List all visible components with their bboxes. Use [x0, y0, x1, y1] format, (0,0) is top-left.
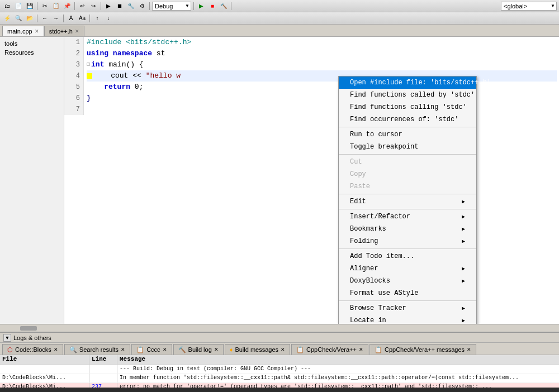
ctx-sep-5: [339, 248, 476, 249]
ctx-find-occurrences[interactable]: Find occurrences of: 'stdc': [339, 113, 476, 126]
code-return: return 0;: [87, 82, 143, 93]
bottom-row-2-file: D:\CodeBlocks\Mi...: [0, 374, 89, 383]
ctx-cut: Cut: [339, 156, 476, 168]
toolbar-icon-2[interactable]: 📄: [13, 1, 23, 11]
toolbar-icon-7[interactable]: ↩: [77, 1, 87, 11]
ctx-sep-6: [339, 300, 476, 301]
toolbar-icon-5[interactable]: 📋: [51, 1, 61, 11]
sep3: [101, 2, 101, 10]
debug-dropdown[interactable]: Debug ▼: [152, 2, 191, 11]
ctx-run-to-cursor-label: Run to cursor: [350, 131, 402, 138]
left-panel-resources[interactable]: Resources: [0, 48, 64, 57]
bottom-row-1-file: [0, 365, 89, 374]
bottom-header: File Line Message: [0, 355, 559, 365]
bottom-tab-buildmsg-close[interactable]: ✕: [281, 347, 285, 352]
ctx-run-to-cursor[interactable]: Run to cursor: [339, 128, 476, 141]
toolbar2-icon-3[interactable]: 📂: [25, 13, 35, 23]
bottom-tab-cccc[interactable]: 📋 Cccc ✕: [131, 344, 172, 355]
debug-arrow: ▼: [185, 3, 190, 8]
ctx-bookmarks[interactable]: Bookmarks ▶: [339, 223, 476, 235]
bottom-tab-cppcheck-msg-close[interactable]: ✕: [467, 347, 471, 352]
code-area[interactable]: 1 2 3 4 5 6 7 #include <bits/stdc++.h> u…: [64, 37, 559, 324]
toolbar-icon-1[interactable]: 🗂: [2, 1, 12, 11]
bottom-tab-codeblocks[interactable]: ⬡ Code::Blocks ✕: [2, 344, 63, 355]
toolbar2-icon-2[interactable]: 🔍: [13, 13, 23, 23]
bottom-tab-search-close[interactable]: ✕: [121, 347, 125, 352]
bottom-tab-buildlog-close[interactable]: ✕: [214, 347, 219, 352]
toolbar-icon-10[interactable]: ⏹: [115, 1, 125, 11]
ctx-find-called[interactable]: Find functions called by 'stdc': [339, 89, 476, 101]
bottom-tab-search-icon: 🔍: [69, 346, 77, 353]
bottom-tab-buildmsg[interactable]: ♦ Build messages ✕: [225, 344, 290, 355]
ctx-toggle-bp[interactable]: Toggle breakpoint: [339, 141, 476, 153]
bottom-tab-cppcheck-close[interactable]: ✕: [359, 347, 363, 352]
bottom-tab-search[interactable]: 🔍 Search results ✕: [64, 344, 130, 355]
bottom-panel: ▼ Logs & others ⬡ Code::Blocks ✕ 🔍 Searc…: [0, 332, 559, 388]
line-num-5: 5: [64, 82, 83, 93]
bottom-tab-cppcheck-msg-label: CppCheck/Vera++ messages: [385, 346, 465, 353]
line-num-6: 6: [64, 93, 83, 104]
context-menu: Open #include file: 'bits/stdc++.h' Find…: [338, 76, 477, 324]
ctx-add-todo[interactable]: Add Todo item...: [339, 250, 476, 262]
bottom-row-3-line: 237: [89, 383, 117, 388]
bottom-tab-cppcheck-msg[interactable]: 📋 CppCheck/Vera++ messages ✕: [369, 344, 476, 355]
bottom-row-3: D:\CodeBlocks\Mi... 237 error: no match …: [0, 383, 559, 388]
tab-stdc-close[interactable]: ✕: [75, 28, 79, 34]
bottom-tab-cccc-close[interactable]: ✕: [163, 347, 167, 352]
bottom-row-1-line: [89, 365, 117, 374]
ctx-insert-refactor-label: Insert/Refactor: [350, 213, 410, 221]
toolbar-icon-4[interactable]: ✂: [40, 1, 50, 11]
ctx-sep-2: [339, 154, 476, 155]
code-brace: }: [87, 93, 91, 104]
ctx-doxyblocks[interactable]: DoxyBlocks ▶: [339, 275, 476, 287]
h-scrollbar[interactable]: [0, 324, 559, 332]
ctx-browse-tracker[interactable]: Browse Tracker ▶: [339, 302, 476, 314]
toolbar2-icon-5[interactable]: →: [51, 13, 61, 23]
h-scrollbar-thumb[interactable]: [20, 326, 37, 331]
toolbar2-icon-7[interactable]: Aa: [77, 13, 87, 23]
toolbar-icon-3[interactable]: 💾: [25, 1, 35, 11]
toolbar-icon-12[interactable]: ⚙: [137, 1, 147, 11]
toolbar-icon-6[interactable]: 📌: [62, 1, 72, 11]
ctx-locate-in[interactable]: Locate in ▶: [339, 314, 476, 324]
toolbar2-icon-6[interactable]: A: [66, 13, 76, 23]
ctx-edit[interactable]: Edit ▶: [339, 195, 476, 208]
bottom-tab-buildlog[interactable]: 🔨 Build log ✕: [173, 344, 224, 355]
toolbar2-icon-4[interactable]: ←: [40, 13, 50, 23]
toolbar-icon-11[interactable]: 🔧: [126, 1, 136, 11]
left-panel-tools[interactable]: tools: [0, 39, 64, 48]
ctx-open-include[interactable]: Open #include file: 'bits/stdc++.h': [339, 77, 476, 89]
toolbar2-icon-9[interactable]: ↓: [103, 13, 113, 23]
collapse-button[interactable]: ▼: [3, 334, 11, 342]
ctx-folding-label: Folding: [350, 237, 378, 245]
toolbar-icon-8[interactable]: ↪: [88, 1, 98, 11]
ctx-find-called-label: Find functions called by 'stdc': [350, 91, 475, 99]
bottom-tab-codeblocks-close[interactable]: ✕: [54, 347, 58, 352]
toolbar-icon-9[interactable]: ▶: [103, 1, 113, 11]
ctx-folding[interactable]: Folding ▶: [339, 235, 476, 247]
ctx-edit-label: Edit: [350, 198, 366, 205]
tab-stdc-label: stdc++.h: [49, 28, 73, 35]
bottom-tab-cppcheck[interactable]: 📋 CppCheck/Vera++ ✕: [291, 344, 368, 355]
code-cout: cout << "hello w: [93, 70, 181, 82]
tab-stdc[interactable]: stdc++.h ✕: [44, 26, 84, 36]
ctx-format-astyle-label: Format use AStyle: [350, 289, 418, 297]
tab-main-cpp[interactable]: main.cpp ✕: [2, 26, 44, 36]
ctx-copy: Copy: [339, 168, 476, 180]
ctx-aligner[interactable]: Aligner ▶: [339, 262, 476, 275]
code-line-6: }: [87, 93, 557, 104]
tab-main-cpp-close[interactable]: ✕: [35, 28, 39, 34]
global-dropdown[interactable]: <global> ▼: [501, 2, 557, 11]
toolbar2-icon-8[interactable]: ↑: [92, 13, 102, 23]
ctx-add-todo-label: Add Todo item...: [350, 252, 414, 260]
code-using: using: [87, 48, 108, 59]
toolbar2-icon-1[interactable]: ⚡: [2, 13, 12, 23]
toolbar-icon-build[interactable]: 🔨: [219, 1, 229, 11]
ctx-format-astyle[interactable]: Format use AStyle: [339, 287, 476, 299]
ctx-sep-4: [339, 209, 476, 209]
ctx-insert-refactor[interactable]: Insert/Refactor ▶: [339, 211, 476, 223]
toolbar-icon-run[interactable]: ▶: [196, 1, 206, 11]
ctx-find-calling[interactable]: Find functions calling 'stdc': [339, 101, 476, 113]
tab-bar: main.cpp ✕ stdc++.h ✕: [0, 25, 559, 37]
toolbar-icon-stop[interactable]: ■: [207, 1, 217, 11]
